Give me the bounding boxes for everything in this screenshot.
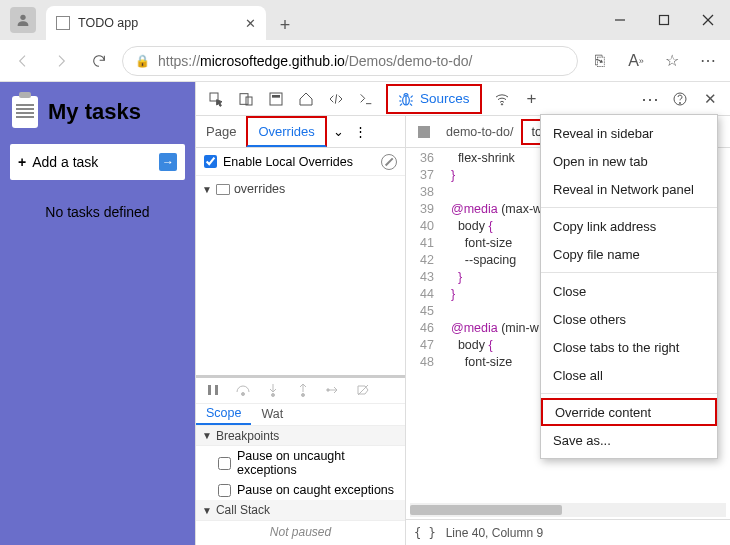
cursor-position: Line 40, Column 9 [446,526,543,540]
favorite-icon[interactable]: ☆ [658,47,686,75]
submit-arrow-icon[interactable]: → [159,153,177,171]
favicon-icon [56,16,70,30]
ctx-item-close-all[interactable]: Close all [541,361,717,389]
svg-rect-7 [246,97,252,105]
file-tab-cloud[interactable] [410,119,438,145]
pause-uncaught-checkbox[interactable] [218,457,231,470]
ctx-item-reveal-in-sidebar[interactable]: Reveal in sidebar [541,119,717,147]
add-task-label: Add a task [32,154,98,170]
forward-button[interactable] [46,46,76,76]
device-toggle-button[interactable] [232,85,260,113]
tab-close-button[interactable]: ✕ [245,16,256,31]
window-close-button[interactable] [686,0,730,40]
page-subtab[interactable]: Page [196,116,246,147]
enable-local-overrides-checkbox[interactable] [204,155,217,168]
maximize-button[interactable] [642,0,686,40]
svg-rect-6 [240,93,248,104]
enable-local-overrides-row[interactable]: Enable Local Overrides [196,148,405,176]
address-bar: 🔒 https://microsoftedge.github.io/Demos/… [0,40,730,82]
more-subtabs-chevron-icon[interactable]: ⌄ [327,124,351,139]
not-paused-label: Not paused [196,521,405,545]
new-tab-button[interactable]: + [270,10,300,40]
devtools-close-button[interactable]: ✕ [696,85,724,113]
devtools-settings-icon[interactable]: ⋯ [636,85,664,113]
svg-point-0 [20,15,25,20]
svg-line-19 [410,103,412,105]
svg-point-29 [302,394,305,397]
tab-context-menu[interactable]: Reveal in sidebarOpen in new tabReveal i… [540,114,718,459]
window-titlebar: TODO app ✕ + [0,0,730,40]
ctx-item-close-others[interactable]: Close others [541,305,717,333]
overrides-subtab[interactable]: Overrides [246,116,326,147]
rendered-page: My tasks + Add a task → No tasks defined [0,82,195,545]
debugger-drawer: Scope Wat ▼Breakpoints Pause on uncaught… [196,375,405,545]
debugger-controls [196,378,405,404]
navigator-menu-icon[interactable]: ⋮ [351,124,371,139]
pause-button[interactable] [202,379,224,401]
page-header: My tasks [0,90,195,138]
html-tab-icon[interactable] [322,85,350,113]
step-button[interactable] [322,379,344,401]
step-into-button[interactable] [262,379,284,401]
overrides-folder-label: overrides [234,182,285,196]
deactivate-breakpoints-button[interactable] [352,379,374,401]
callstack-header[interactable]: ▼Call Stack [196,500,405,521]
pause-uncaught-row[interactable]: Pause on uncaught exceptions [196,446,405,480]
clear-icon[interactable] [381,154,397,170]
drawer-tabs: Scope Wat [196,404,405,426]
ctx-item-reveal-in-network-panel[interactable]: Reveal in Network panel [541,175,717,203]
ctx-item-copy-link-address[interactable]: Copy link address [541,212,717,240]
minimize-button[interactable] [598,0,642,40]
watch-tab[interactable]: Wat [251,404,293,425]
svg-rect-8 [270,93,282,105]
file-icon [418,126,430,138]
ctx-item-open-in-new-tab[interactable]: Open in new tab [541,147,717,175]
add-task-input[interactable]: + Add a task → [10,144,185,180]
enable-local-overrides-label: Enable Local Overrides [223,155,353,169]
svg-rect-9 [272,95,280,98]
folder-collapse-icon[interactable]: ▼ [202,184,212,195]
network-status-icon[interactable] [488,85,516,113]
welcome-tab-icon[interactable] [262,85,290,113]
file-tab-folder[interactable]: demo-to-do/ [438,119,521,145]
url-field[interactable]: 🔒 https://microsoftedge.github.io/Demos/… [122,46,578,76]
svg-point-25 [242,393,245,396]
svg-point-27 [272,394,275,397]
navigator-tabs: Page Overrides ⌄ ⋮ [196,116,406,147]
tab-strip: TODO app ✕ + [46,0,300,40]
pause-caught-checkbox[interactable] [218,484,231,497]
overrides-folder-row[interactable]: ▼ overrides [196,176,405,202]
folder-tab-label: demo-to-do/ [446,125,513,139]
lock-icon: 🔒 [135,54,150,68]
step-over-button[interactable] [232,379,254,401]
ctx-item-close-tabs-to-the-right[interactable]: Close tabs to the right [541,333,717,361]
more-tabs-button[interactable]: + [518,85,546,113]
pretty-print-icon[interactable]: { } [414,526,436,540]
sources-tab[interactable]: Sources [386,84,482,114]
shopping-icon[interactable]: ⎘ [586,47,614,75]
ctx-item-override-content[interactable]: Override content [541,398,717,426]
svg-rect-2 [660,16,669,25]
browser-menu-icon[interactable]: ⋯ [694,47,722,75]
ctx-item-copy-file-name[interactable]: Copy file name [541,240,717,268]
read-aloud-icon[interactable]: A» [622,47,650,75]
devtools-toolbar: Sources + ⋯ ✕ [196,82,730,116]
pause-caught-row[interactable]: Pause on caught exceptions [196,480,405,500]
scope-tab[interactable]: Scope [196,404,251,425]
console-tab-icon[interactable] [352,85,380,113]
step-out-button[interactable] [292,379,314,401]
ctx-item-save-as-[interactable]: Save as... [541,426,717,454]
reload-button[interactable] [84,46,114,76]
clipboard-icon [12,96,38,128]
empty-state-text: No tasks defined [0,204,195,220]
ctx-item-close[interactable]: Close [541,277,717,305]
horizontal-scrollbar[interactable] [410,503,726,517]
profile-avatar[interactable] [10,7,36,33]
inspect-element-button[interactable] [202,85,230,113]
elements-tab-icon[interactable] [292,85,320,113]
breakpoints-header[interactable]: ▼Breakpoints [196,426,405,447]
sources-tab-label: Sources [420,91,470,106]
devtools-help-icon[interactable] [666,85,694,113]
back-button[interactable] [8,46,38,76]
browser-tab-active[interactable]: TODO app ✕ [46,6,266,40]
